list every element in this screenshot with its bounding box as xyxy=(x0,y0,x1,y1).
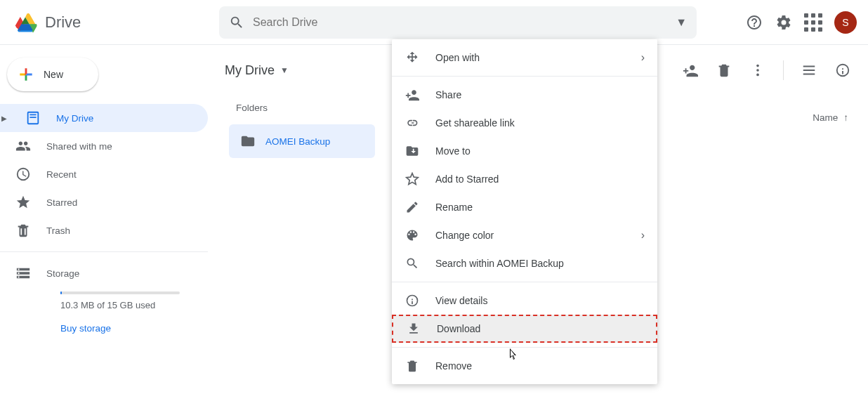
ctx-view-details[interactable]: View details xyxy=(392,287,657,315)
sidebar-item-label: Starred xyxy=(46,197,77,208)
search-options-dropdown-icon[interactable]: ▼ xyxy=(676,16,687,29)
chevron-down-icon: ▼ xyxy=(280,65,289,75)
search-icon xyxy=(229,15,244,30)
svg-point-1 xyxy=(756,69,759,72)
new-button[interactable]: New xyxy=(7,58,98,91)
search-input[interactable] xyxy=(253,16,667,29)
storage-bar xyxy=(60,291,180,294)
folder-name: AOMEI Backup xyxy=(265,136,330,147)
my-drive-icon xyxy=(25,110,41,126)
logo[interactable]: Drive xyxy=(11,8,219,37)
svg-point-2 xyxy=(756,74,759,77)
ctx-get-link[interactable]: Get shareable link xyxy=(392,109,657,137)
sidebar-item-trash[interactable]: Trash xyxy=(0,216,208,244)
storage-usage-text: 10.3 MB of 15 GB used xyxy=(60,300,208,310)
download-icon xyxy=(406,321,421,336)
trash-icon xyxy=(15,223,31,238)
star-icon xyxy=(405,171,420,187)
selection-toolbar xyxy=(682,60,851,80)
ctx-move-to[interactable]: Move to xyxy=(392,137,657,165)
details-button[interactable] xyxy=(834,62,851,79)
header: Drive ▼ S xyxy=(0,0,868,45)
folder-icon xyxy=(240,133,256,149)
help-icon[interactable] xyxy=(746,14,763,31)
account-avatar[interactable]: S xyxy=(834,11,857,34)
open-with-icon xyxy=(405,50,420,65)
expand-caret-icon[interactable]: ▶ xyxy=(1,114,7,122)
sidebar-item-recent[interactable]: Recent xyxy=(0,160,208,188)
new-button-label: New xyxy=(44,69,63,80)
sidebar-item-shared[interactable]: Shared with me xyxy=(0,132,208,160)
chevron-right-icon: › xyxy=(641,229,645,242)
sidebar-item-label: My Drive xyxy=(56,113,93,124)
settings-gear-icon[interactable] xyxy=(775,14,792,31)
storage-icon xyxy=(15,265,31,281)
storage-label: Storage xyxy=(46,268,79,279)
ctx-share[interactable]: Share xyxy=(392,81,657,109)
sidebar-item-label: Shared with me xyxy=(46,141,112,152)
chevron-right-icon: › xyxy=(641,51,645,64)
search-icon xyxy=(405,256,420,271)
ctx-download[interactable]: Download xyxy=(392,315,657,343)
folder-card[interactable]: AOMEI Backup xyxy=(229,124,375,158)
sidebar-item-my-drive[interactable]: ▶ My Drive xyxy=(0,104,208,132)
ctx-open-with[interactable]: Open with › xyxy=(392,44,657,72)
trash-button[interactable] xyxy=(716,62,732,79)
ctx-search-within[interactable]: Search within AOMEI Backup xyxy=(392,249,657,277)
path-label: My Drive xyxy=(225,63,275,78)
sidebar-item-label: Trash xyxy=(46,225,70,236)
sidebar-item-starred[interactable]: Starred xyxy=(0,188,208,216)
buy-storage-link[interactable]: Buy storage xyxy=(60,323,208,334)
sidebar-item-storage[interactable]: Storage xyxy=(0,259,208,287)
move-to-icon xyxy=(405,143,420,159)
sidebar-item-label: Recent xyxy=(46,169,77,180)
drive-logo-icon xyxy=(11,8,39,37)
link-icon xyxy=(405,115,420,131)
palette-icon xyxy=(405,228,420,243)
trash-icon xyxy=(405,358,420,374)
ctx-rename[interactable]: Rename xyxy=(392,193,657,221)
search-bar[interactable]: ▼ xyxy=(219,6,697,39)
svg-point-0 xyxy=(756,65,759,67)
sort-label: Name xyxy=(813,112,838,123)
share-button[interactable] xyxy=(682,62,699,79)
shared-icon xyxy=(15,138,31,154)
info-icon xyxy=(405,293,420,308)
path-dropdown[interactable]: My Drive ▼ xyxy=(225,63,289,78)
ctx-remove[interactable]: Remove xyxy=(392,352,657,380)
plus-icon xyxy=(17,65,35,84)
share-icon xyxy=(405,87,420,103)
ctx-change-color[interactable]: Change color › xyxy=(392,221,657,249)
star-icon xyxy=(15,195,31,210)
more-actions-button[interactable] xyxy=(749,62,766,79)
sort-column[interactable]: Name ↑ xyxy=(813,112,848,123)
header-actions: S xyxy=(746,11,857,34)
ctx-add-starred[interactable]: Add to Starred xyxy=(392,165,657,193)
sidebar: New ▶ My Drive Shared with me Recent Sta… xyxy=(0,45,208,420)
context-menu: Open with › Share Get shareable link Mov… xyxy=(392,39,657,384)
list-view-button[interactable] xyxy=(801,62,817,79)
sort-arrow-up-icon: ↑ xyxy=(843,112,848,123)
rename-icon xyxy=(405,199,420,215)
recent-icon xyxy=(15,166,31,182)
apps-grid-icon[interactable] xyxy=(805,14,822,31)
app-name: Drive xyxy=(45,13,81,32)
